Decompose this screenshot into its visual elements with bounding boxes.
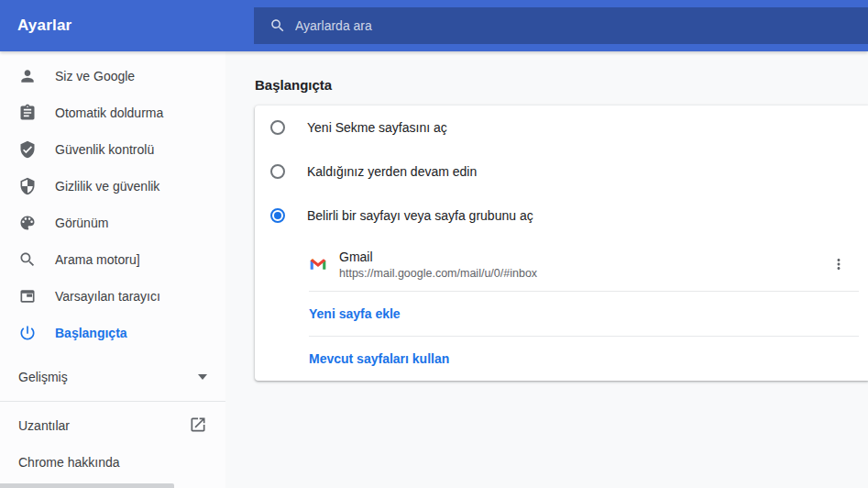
sidebar-divider	[0, 401, 225, 402]
bottom-status-strip	[0, 483, 174, 488]
kebab-menu-icon	[830, 256, 847, 272]
sidebar-item-you-and-google[interactable]: Siz ve Google	[0, 58, 225, 94]
radio-selected-icon[interactable]	[270, 208, 285, 223]
sidebar-item-label: Gizlilik ve güvenlik	[55, 179, 159, 194]
power-icon	[18, 324, 37, 342]
sidebar-item-search-engine[interactable]: Arama motoru]	[0, 241, 225, 278]
sidebar-item-label: Siz ve Google	[55, 69, 135, 83]
section-title: Başlangıçta	[255, 77, 868, 93]
sidebar-item-extensions[interactable]: Uzantılar	[0, 407, 225, 444]
autofill-icon	[18, 104, 37, 122]
use-current-pages-button[interactable]: Mevcut sayfaları kullan	[255, 337, 868, 381]
page-title: Ayarlar	[17, 17, 71, 35]
search-icon	[269, 17, 286, 34]
sidebar-item-safety-check[interactable]: Güvenlik kontrolü	[0, 131, 225, 168]
use-current-pages-label: Mevcut sayfaları kullan	[309, 351, 449, 366]
about-chrome-label: Chrome hakkında	[18, 455, 120, 470]
sidebar-item-label: Görünüm	[55, 216, 108, 230]
startup-page-meta: Gmail https://mail.google.com/mail/u/0/#…	[339, 250, 537, 280]
advanced-label: Gelişmiş	[18, 370, 68, 384]
page-more-actions-button[interactable]	[822, 248, 855, 281]
settings-sidebar: Siz ve Google Otomatik doldurma Güvenlik…	[0, 51, 225, 488]
settings-header: Ayarlar	[0, 0, 868, 51]
on-startup-card: Yeni Sekme sayfasını aç Kaldığınız yerde…	[255, 105, 868, 381]
search-input[interactable]	[295, 18, 868, 33]
settings-search-box[interactable]	[254, 7, 868, 44]
startup-page-row-gmail: Gmail https://mail.google.com/mail/u/0/#…	[255, 238, 868, 291]
sidebar-item-about-chrome[interactable]: Chrome hakkında	[0, 444, 225, 481]
sidebar-item-default-browser[interactable]: Varsayılan tarayıcı	[0, 278, 225, 315]
option-continue-where-left-off[interactable]: Kaldığınız yerden devam edin	[255, 150, 868, 194]
radio-unselected-icon[interactable]	[270, 120, 285, 135]
palette-icon	[18, 214, 37, 232]
startup-page-url: https://mail.google.com/mail/u/0/#inbox	[339, 267, 537, 280]
sidebar-item-label: Arama motoru]	[55, 252, 140, 267]
option-open-specific-pages[interactable]: Belirli bir sayfayı veya sayfa grubunu a…	[255, 194, 868, 238]
sidebar-item-autofill[interactable]: Otomatik doldurma	[0, 94, 225, 131]
add-new-page-label: Yeni sayfa ekle	[309, 306, 401, 321]
extensions-label: Uzantılar	[18, 418, 70, 433]
privacy-shield-icon	[18, 177, 37, 195]
settings-main: Başlangıçta Yeni Sekme sayfasını aç Kald…	[225, 51, 868, 488]
search-icon	[18, 250, 37, 269]
gmail-icon	[309, 255, 327, 273]
chevron-down-icon	[198, 374, 207, 380]
startup-page-title: Gmail	[339, 250, 537, 264]
radio-unselected-icon[interactable]	[270, 164, 285, 179]
sidebar-item-advanced[interactable]: Gelişmiş	[0, 359, 225, 395]
sidebar-item-on-startup[interactable]: Başlangıçta	[0, 315, 225, 351]
browser-window-icon	[18, 287, 37, 305]
sidebar-item-label: Varsayılan tarayıcı	[55, 289, 160, 304]
option-open-new-tab[interactable]: Yeni Sekme sayfasını aç	[255, 105, 868, 150]
sidebar-item-privacy[interactable]: Gizlilik ve güvenlik	[0, 168, 225, 205]
sidebar-item-appearance[interactable]: Görünüm	[0, 205, 225, 241]
sidebar-item-label: Başlangıçta	[55, 326, 127, 340]
person-icon	[18, 67, 37, 85]
sidebar-item-label: Güvenlik kontrolü	[55, 142, 154, 157]
add-new-page-button[interactable]: Yeni sayfa ekle	[255, 292, 868, 336]
open-in-new-icon	[189, 416, 207, 437]
sidebar-item-label: Otomatik doldurma	[55, 105, 163, 120]
safety-check-icon	[18, 140, 37, 159]
